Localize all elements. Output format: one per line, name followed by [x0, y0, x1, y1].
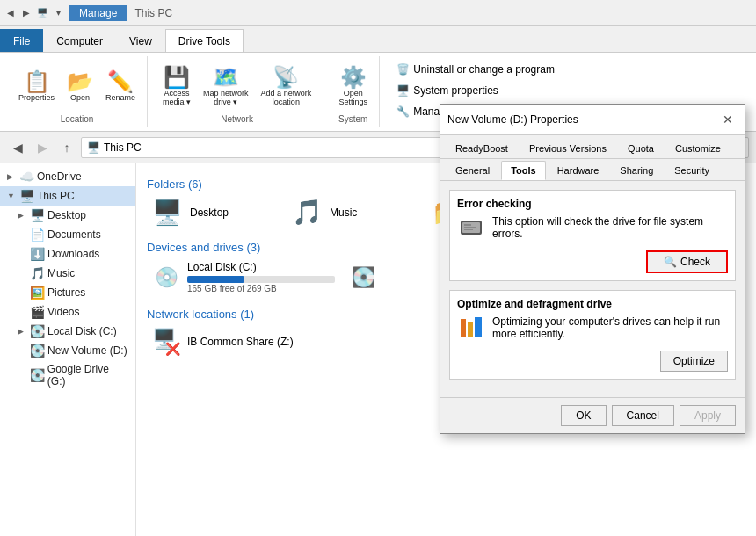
up-icon[interactable]: 🖥️ — [35, 6, 49, 20]
settings-label: System — [338, 114, 367, 124]
local-c-progress-fill — [187, 276, 244, 283]
device-local-c[interactable]: 💿 Local Disk (C:) 165 GB free of 269 GB — [147, 257, 340, 297]
dialog-tab-previous-versions[interactable]: Previous Versions — [520, 139, 616, 158]
tab-drive-tools[interactable]: Drive Tools — [165, 29, 244, 52]
ribbon-group-location: 📋 Properties 📂 Open ✏️ Rename Location — [7, 56, 148, 127]
title-bar: ◀ ▶ 🖥️ ▾ Manage This PC — [0, 0, 756, 26]
dialog-tab-hardware[interactable]: Hardware — [548, 161, 609, 180]
check-label: Check — [680, 256, 710, 268]
map-network-button[interactable]: 🗺️ Map networkdrive ▾ — [199, 64, 253, 109]
sidebar-item-desktop[interactable]: ▶ 🖥️ Desktop — [0, 206, 135, 225]
optimize-section: Optimize and defragment drive Optimizing… — [449, 290, 736, 380]
forward-icon[interactable]: ▶ — [19, 6, 33, 20]
back-button[interactable]: ◀ — [7, 137, 28, 158]
dialog-tab-general[interactable]: General — [446, 161, 499, 180]
dialog-body: Error checking This option will check th… — [440, 181, 745, 397]
dialog-tab-quota[interactable]: Quota — [618, 139, 664, 158]
rename-button[interactable]: ✏️ Rename — [101, 69, 140, 105]
apply-button[interactable]: Apply — [680, 405, 736, 426]
network-icon-container: 🖥️ ❌ — [152, 328, 180, 356]
dialog-tab-tools[interactable]: Tools — [501, 161, 546, 180]
sidebar-item-pictures[interactable]: 🖼️ Pictures — [0, 283, 135, 302]
dialog-tabs-row2: General Tools Hardware Sharing Security — [440, 159, 745, 181]
properties-button[interactable]: 📋 Properties — [14, 69, 59, 105]
folder-music-label: Music — [330, 206, 357, 219]
dialog-footer: OK Cancel Apply — [440, 397, 745, 433]
up-button[interactable]: ↑ — [56, 137, 77, 158]
ribbon-group-network-items: 💾 Accessmedia ▾ 🗺️ Map networkdrive ▾ 📡 … — [158, 60, 316, 112]
dialog-tab-security[interactable]: Security — [665, 161, 719, 180]
dialog-tab-readyboost[interactable]: ReadyBoost — [446, 139, 518, 158]
dialog-close-button[interactable]: ✕ — [718, 110, 738, 129]
uninstall-button[interactable]: 🗑️ Uninstall or change a program — [390, 60, 561, 79]
dialog-tab-customize[interactable]: Customize — [665, 139, 731, 158]
error-checking-icon — [457, 215, 485, 245]
svg-rect-2 — [464, 224, 471, 226]
cancel-button[interactable]: Cancel — [612, 405, 674, 426]
this-pc-icon: 🖥️ — [19, 189, 33, 203]
properties-icon: 📋 — [24, 71, 50, 92]
svg-rect-7 — [475, 317, 482, 337]
tab-computer[interactable]: Computer — [43, 29, 116, 52]
sidebar-item-music[interactable]: 🎵 Music — [0, 264, 135, 283]
add-network-button[interactable]: 📡 Add a networklocation — [257, 64, 316, 109]
uninstall-icon: 🗑️ — [396, 63, 410, 76]
rename-icon: ✏️ — [107, 71, 134, 92]
check-icon: 🔍 — [664, 256, 677, 268]
ok-button[interactable]: OK — [561, 405, 606, 426]
folder-music[interactable]: 🎵 Music — [287, 194, 423, 230]
new-volume-icon: 💽 — [30, 344, 44, 358]
sidebar-item-videos[interactable]: 🎬 Videos — [0, 302, 135, 322]
sidebar-item-google-drive[interactable]: 💽 Google Drive (G:) — [0, 360, 135, 390]
sidebar-item-local-c[interactable]: ▶ 💽 Local Disk (C:) — [0, 322, 135, 341]
tab-view[interactable]: View — [116, 29, 165, 52]
sidebar-item-this-pc[interactable]: ▼ 🖥️ This PC — [0, 186, 135, 206]
optimize-button[interactable]: Optimize — [660, 351, 728, 372]
add-network-icon: 📡 — [273, 67, 299, 88]
map-network-icon: 🗺️ — [213, 67, 239, 88]
folder-desktop[interactable]: 🖥️ Desktop — [147, 194, 283, 230]
optimize-row: Optimizing your computer's drives can he… — [457, 315, 728, 345]
access-media-button[interactable]: 💾 Accessmedia ▾ — [158, 64, 195, 109]
device-ph-icon: 💽 — [349, 266, 377, 289]
sidebar-item-documents[interactable]: 📄 Documents — [0, 225, 135, 244]
dialog-tab-sharing[interactable]: Sharing — [610, 161, 663, 180]
ribbon-group-location-items: 📋 Properties 📂 Open ✏️ Rename — [14, 60, 140, 112]
downloads-icon: ⬇️ — [30, 247, 44, 261]
svg-rect-6 — [468, 322, 473, 337]
optimize-action: Optimize — [457, 351, 728, 372]
address-text: This PC — [104, 141, 142, 154]
google-drive-icon: 💽 — [30, 368, 44, 382]
error-checking-text: This option will check the drive for fil… — [492, 215, 728, 240]
manage-tab-button[interactable]: Manage — [69, 5, 127, 21]
open-settings-button[interactable]: ⚙️ OpenSettings — [334, 64, 372, 109]
network-label: Network — [221, 114, 253, 124]
back-icon[interactable]: ◀ — [4, 6, 18, 20]
optimize-title: Optimize and defragment drive — [457, 298, 728, 310]
manage-icon: 🔧 — [396, 105, 410, 118]
properties-dialog: New Volume (D:) Properties ✕ ReadyBoost … — [440, 104, 745, 434]
sidebar-item-downloads[interactable]: ⬇️ Downloads — [0, 244, 135, 264]
svg-rect-5 — [461, 319, 466, 337]
open-button[interactable]: 📂 Open — [62, 69, 98, 105]
access-media-icon: 💾 — [164, 67, 190, 88]
desktop-icon: 🖥️ — [30, 208, 44, 222]
system-properties-button[interactable]: 🖥️ System properties — [390, 81, 561, 100]
svg-rect-3 — [464, 227, 476, 228]
open-icon: 📂 — [67, 71, 93, 92]
sidebar-item-onedrive[interactable]: ▶ ☁️ OneDrive — [0, 167, 135, 186]
tab-file[interactable]: File — [0, 29, 43, 52]
check-button[interactable]: 🔍 Check — [646, 250, 728, 273]
title-bar-icons: ◀ ▶ 🖥️ ▾ — [4, 6, 65, 20]
dialog-title-text: New Volume (D:) Properties — [447, 113, 578, 126]
optimize-text: Optimizing your computer's drives can he… — [492, 315, 728, 340]
forward-button[interactable]: ▶ — [32, 137, 53, 158]
folder-desktop-icon: 🖥️ — [152, 198, 183, 227]
ribbon-tabs: File Computer View Drive Tools — [0, 26, 756, 53]
system-props-icon: 🖥️ — [396, 84, 410, 97]
ribbon-group-settings-items: ⚙️ OpenSettings — [334, 60, 372, 112]
dropdown-icon[interactable]: ▾ — [51, 6, 65, 20]
documents-icon: 📄 — [30, 228, 44, 242]
ribbon-group-network: 💾 Accessmedia ▾ 🗺️ Map networkdrive ▾ 📡 … — [151, 56, 323, 127]
sidebar-item-new-volume-d[interactable]: 💽 New Volume (D:) — [0, 341, 135, 360]
